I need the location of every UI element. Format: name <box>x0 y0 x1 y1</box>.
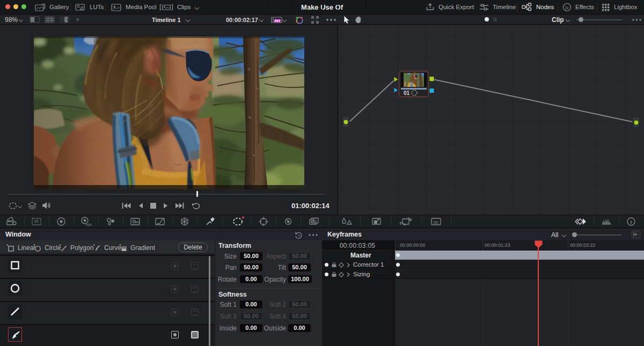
svg-text:3D: 3D <box>433 220 438 225</box>
svg-text:PXY: PXY <box>274 19 280 23</box>
svg-text:fx: fx <box>565 4 568 10</box>
svg-text:01: 01 <box>404 90 410 96</box>
svg-text:HDR: HDR <box>86 223 92 226</box>
